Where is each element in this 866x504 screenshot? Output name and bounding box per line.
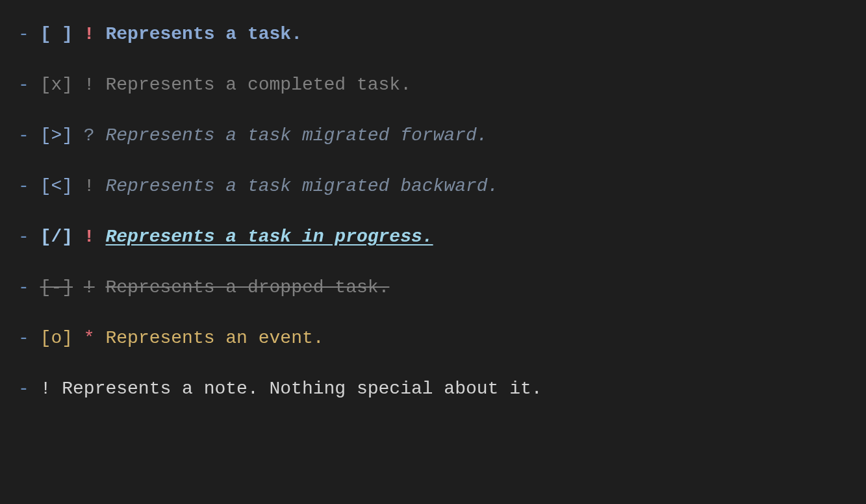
priority-marker: ! xyxy=(84,75,95,95)
list-dash: - xyxy=(18,24,29,44)
task-line-in-progress: - [/] ! Represents a task in progress. xyxy=(18,223,848,251)
event-text: Represents an event. xyxy=(105,328,324,348)
question-marker: ? xyxy=(84,125,95,145)
list-dash: - xyxy=(18,227,29,247)
list-dash: - xyxy=(18,328,29,348)
event-line: - [o] * Represents an event. xyxy=(18,325,848,352)
list-dash: - xyxy=(18,125,29,145)
task-text: Represents a task in progress. xyxy=(105,227,433,247)
task-line-dropped: - [-] ! Represents a dropped task. xyxy=(18,274,848,301)
checkbox-backward: [<] xyxy=(40,176,73,196)
checkbox-forward: [>] xyxy=(40,125,73,145)
priority-marker: ! xyxy=(84,277,95,297)
list-dash: - xyxy=(18,379,29,399)
task-line-completed: - [x] ! Represents a completed task. xyxy=(18,71,848,99)
task-text: Represents a dropped task. xyxy=(105,277,389,297)
star-marker: * xyxy=(84,328,95,348)
checkbox-dropped: [-] xyxy=(40,277,73,297)
list-dash: - xyxy=(18,176,29,196)
checkbox-progress: [/] xyxy=(40,227,73,247)
checkbox-open: [ ] xyxy=(40,24,73,44)
task-line-migrated-backward: - [<] ! Represents a task migrated backw… xyxy=(18,173,848,200)
list-dash: - xyxy=(18,75,29,95)
note-text: Represents a note. Nothing special about… xyxy=(62,379,542,399)
priority-marker: ! xyxy=(84,24,95,44)
priority-marker: ! xyxy=(84,176,95,196)
task-line-open: - [ ] ! Represents a task. xyxy=(18,21,848,48)
task-text: Represents a completed task. xyxy=(105,75,411,95)
checkbox-completed: [x] xyxy=(40,75,73,95)
task-text: Represents a task migrated forward. xyxy=(105,125,487,145)
task-line-migrated-forward: - [>] ? Represents a task migrated forwa… xyxy=(18,122,848,149)
list-dash: - xyxy=(18,277,29,297)
note-marker: ! xyxy=(40,379,51,399)
task-text: Represents a task migrated backward. xyxy=(105,176,498,196)
task-text: Represents a task. xyxy=(105,24,301,44)
priority-marker: ! xyxy=(84,227,95,247)
note-line: - ! Represents a note. Nothing special a… xyxy=(18,375,848,403)
checkbox-event: [o] xyxy=(40,328,73,348)
